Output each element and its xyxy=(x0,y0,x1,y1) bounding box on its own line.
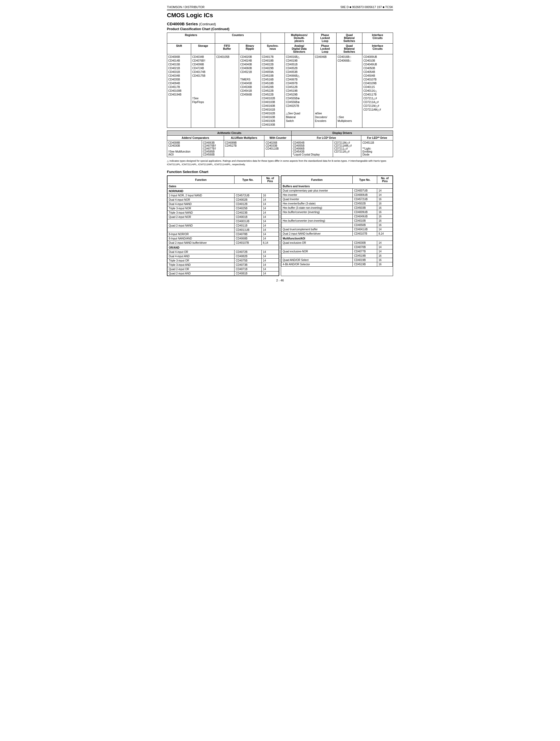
func-q2nand-2-pins: 14 xyxy=(261,228,278,232)
func-qaos-type: CD4019B xyxy=(353,258,377,262)
func-hexbufinv-pins: 16 xyxy=(377,210,392,214)
product-classification-table: Registers Counters Multiplexers/Demulti-… xyxy=(167,32,393,128)
func-8nand-type: CD4068B xyxy=(234,237,261,241)
func-d4or-type: CD4072B xyxy=(234,250,261,254)
interface-sub-header: InterfaceCircuits xyxy=(362,44,393,54)
synch-header xyxy=(261,33,285,44)
func-d2nandbuf-type: CD40107B xyxy=(234,241,261,245)
func-t3and-label: Triple 3-input AND xyxy=(168,263,235,267)
func-qaos-label: Quad AND/OR Select xyxy=(282,258,353,262)
func-8nor-pins: 14 xyxy=(261,232,278,237)
func-quadtc-type: CD4041UB xyxy=(353,227,377,232)
arithmetic-display-table: Arithmetic Circuits Display Drivers Adde… xyxy=(167,131,393,157)
arith-display-banner-row: Arithmetic Circuits Display Drivers xyxy=(167,131,393,136)
alu-sub-data: CD4063B CD4070B† CD4077B† CD4585B CD4560… xyxy=(202,140,224,157)
table-top-header-row: Registers Counters Multiplexers/Demulti-… xyxy=(167,33,393,44)
adders-header: Adders/ Comparators xyxy=(167,136,224,140)
list-item: 4-Bit AND/OR Selector CD4519B 16 xyxy=(282,262,393,267)
list-item: Hex buffer/converter (non-inverting) CD4… xyxy=(282,219,393,223)
func-hexinvbuf-label: Hex inverter/buffer (3-state) xyxy=(282,202,353,206)
func-d4nand-pins: 14 xyxy=(261,202,278,206)
func-t3or-type: CD4075B xyxy=(234,259,261,263)
list-item: CD4049UB 16 xyxy=(282,214,393,219)
func-d4and-pins: 14 xyxy=(261,254,278,259)
footnote: △ Indicates types designed for special a… xyxy=(167,159,393,166)
func-q2and-pins: 14 xyxy=(261,271,278,276)
func-t3nand-pins: 14 xyxy=(261,211,278,215)
list-item: Dual 4-input AND CD4082B 14 xyxy=(168,254,279,259)
func-dualcomp-type: CD4007UB xyxy=(353,189,377,193)
func-d4or-pins: 14 xyxy=(261,250,278,254)
func-d2nandbuf-label: Dual 2-input NAND buffer/driver xyxy=(168,241,235,245)
arith-sub-header-row: Adders/ Comparators ALU/Rate Multipliers… xyxy=(167,136,393,140)
func-t3nor-type: CD4025B xyxy=(234,206,261,211)
func-qxor-label: Quad exclusive-OR xyxy=(282,241,353,245)
func-d2nandbuf-pins: 8,14 xyxy=(261,241,278,245)
list-item: Dual 4-input OR CD4072B 14 xyxy=(168,250,279,254)
func-hexbufinv-type: CD4009UB xyxy=(353,210,377,214)
list-item: Dual 4-input NOR CD4002B 14 xyxy=(168,198,279,202)
multifunction-category-row: Multifunction/AOI xyxy=(282,236,393,241)
function-left-panel: Function Type No. No. ofPins Gates NOR/N… xyxy=(167,176,279,276)
function-selection-chart: Function Type No. No. ofPins Gates NOR/N… xyxy=(167,176,393,276)
func-hexbufnoninv-type: CD4010B xyxy=(353,219,377,223)
func-q2or-label: Quad 2-input OR xyxy=(168,267,235,271)
list-item: Dual complementary pair plus inverter CD… xyxy=(282,189,393,193)
func-hexinv-pins: 14 xyxy=(377,193,392,197)
func-t3nand-type: CD4023B xyxy=(234,211,261,215)
list-item: Triple 3-input NAND CD4023B 14 xyxy=(168,211,279,215)
qbs-data: CD4016B□ CD4066B□ □See Multiplexers xyxy=(336,54,362,128)
storage-data: CD4034B CD4076B† CD4099B CD4724B CD40174… xyxy=(191,54,215,128)
func-right-function-header: Function xyxy=(282,176,353,184)
list-item: CD4070B 14 xyxy=(282,245,393,250)
header-barcode: 58E D ■ 9026873 0005617 197 ■ TCSK xyxy=(340,5,393,9)
page-number: 2 - 46 xyxy=(167,279,393,282)
buffers-category-row: Buffers and Inverters xyxy=(282,184,393,189)
interface-header: InterfaceCircuits xyxy=(362,33,393,44)
function-left-table: Function Type No. No. ofPins Gates NOR/N… xyxy=(167,176,279,276)
list-item: Quad 2-input NOR CD4001B 14 xyxy=(168,215,279,219)
func-qxnor-2-type: CD4519B xyxy=(353,254,377,258)
fifo-data: CD40105B xyxy=(215,54,239,128)
binary-ripple-data: CD4020B CD4024B CD4040B CD4060B CD4521B … xyxy=(239,54,261,128)
func-qxor-pins: 14 xyxy=(377,241,392,245)
storage-header: Storage xyxy=(191,44,215,54)
list-item: 8-Input NOR/OR CD4078B 14 xyxy=(168,232,279,237)
func-hexbufnoninv-2-pins: 16 xyxy=(377,223,392,227)
page-header: THOMSON / DISTRIBUTOR 58E D ■ 9026873 00… xyxy=(167,5,393,10)
gates-category-row: Gates xyxy=(168,184,279,189)
arithmetic-banner: Arithmetic Circuits xyxy=(167,131,292,136)
mux-header: Multiplexers/Demulti-plexers xyxy=(285,33,314,44)
func-t3nand-label: Triple 3-input NAND xyxy=(168,211,235,215)
lcd-types-data: CD7211M△# CD7211AM△# CD7211△# CD7211A△# xyxy=(333,140,361,157)
func-d4nand-type: CD4012B xyxy=(234,202,261,206)
func-hexbuf3-pins: 16 xyxy=(377,206,392,210)
func-q2nand-type: CD4011B xyxy=(234,223,261,228)
func-t3nor-pins: 14 xyxy=(261,206,278,211)
func-d4or-label: Dual 4-input OR xyxy=(168,250,235,254)
list-item: Quad exclusive-OR CD4030B 14 xyxy=(282,241,393,245)
table-row: CD4006B CD4014B CD4015B CD4021B CD4031B … xyxy=(167,54,393,128)
adders-data: CD4008B CD4030B †See Multifunction /AOI xyxy=(167,140,202,157)
qbs-header: QuadBilateralSwitches xyxy=(336,33,362,44)
func-d4nand-label: Dual 4-input NAND xyxy=(168,202,235,206)
func-qxnor-label: Quad exclusive-NOR xyxy=(282,250,353,254)
func-d4nor-pins: 14 xyxy=(261,198,278,202)
list-item: Triple 3-input OR CD4075B 14 xyxy=(168,259,279,263)
list-item: Hex buffer/converter (inverting) CD4009U… xyxy=(282,210,393,214)
func-hexbufnoninv-2-type: CD4050B xyxy=(353,223,377,227)
func-hexbuf3-label: Hex buffer (3-state non-inverting) xyxy=(282,206,353,210)
synchronous-header: Synchro-nous xyxy=(261,44,285,54)
func-q2nand-label: Quad 2-input NAND xyxy=(168,223,235,228)
list-item: Quad Inverter CD4572UB 16 xyxy=(282,197,393,202)
func-d4nor-label: Dual 4-input NOR xyxy=(168,198,235,202)
analog-digital-header: Analog/Digital DataSelectors xyxy=(285,44,314,54)
binary-ripple-header: BinaryRipple xyxy=(239,44,261,54)
func-hexbufinv-label: Hex buffer/converter (inverting) xyxy=(282,210,353,214)
func-qxnor-pins: 14 xyxy=(377,250,392,254)
multifunction-label: Multifunction/AOI xyxy=(282,236,393,241)
func-4bitos-pins: 16 xyxy=(377,262,392,267)
nornand-category-row: NOR/NAND xyxy=(168,189,279,193)
func-q2nor-2-label xyxy=(168,219,235,223)
list-item: Quad true/complement buffer CD4041UB 14 xyxy=(282,227,393,232)
